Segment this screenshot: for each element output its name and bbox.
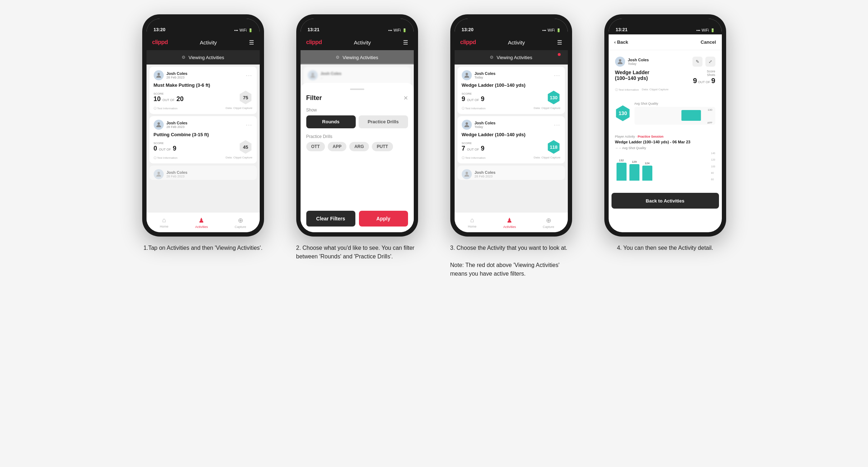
drill-putt[interactable]: PUTT (372, 142, 393, 151)
viewing-bar-2[interactable]: ⚙ Viewing Activities (301, 50, 414, 65)
bottom-nav-3: ⌂ Home ♟ Activities ⊕ Capture (455, 212, 568, 232)
activity-footer-1b: ⓘ Test Information Data: Clippd Capture (154, 156, 253, 160)
status-time-1: 13:20 (154, 27, 166, 32)
capture-label-3: Capture (543, 225, 554, 229)
phone-section-2: 13:21 ▪▪▪ WiFi 🔋 clippd Activity ☰ ⚙ (287, 14, 427, 261)
nav-home-1[interactable]: ⌂ Home (160, 216, 168, 228)
status-icons-4: ▪▪▪ WiFi 🔋 (696, 28, 715, 32)
filter-close-button[interactable]: ✕ (403, 95, 408, 101)
back-button-4[interactable]: ‹ Back (614, 39, 628, 45)
viewing-label-2: Viewing Activities (342, 55, 378, 60)
user-date-1a: 28 Feb 2023 (167, 76, 188, 79)
nav-title-2: Activity (354, 39, 371, 46)
detail-title-4: Wedge Ladder(100–140 yds) (615, 70, 649, 81)
player-activity-label-4: Player Activity · Practice Session (615, 135, 715, 138)
player-activity-card-4: Player Activity · Practice Session Wedge… (612, 131, 719, 184)
phone-section-3: 13:20 ▪▪▪ WiFi 🔋 clippd Activity ☰ ⚙ (441, 14, 581, 278)
edit-button-4[interactable]: ✎ (692, 57, 702, 67)
status-icons-1: ▪▪▪ WiFi 🔋 (234, 28, 253, 32)
activities-icon-1: ♟ (198, 216, 204, 224)
nav-home-3[interactable]: ⌂ Home (468, 216, 476, 228)
filter-actions: Clear Filters Apply (306, 211, 408, 227)
drill-ott[interactable]: OTT (306, 142, 325, 151)
viewing-label-1: Viewing Activities (188, 55, 224, 60)
phone-frame-2: 13:21 ▪▪▪ WiFi 🔋 clippd Activity ☰ ⚙ (296, 14, 418, 237)
shot-quality-3b: 118 (547, 140, 561, 154)
clear-filters-button[interactable]: Clear Filters (306, 211, 355, 227)
viewing-bar-3[interactable]: ⚙ Viewing Activities (455, 50, 568, 65)
shot-quality-3a: 130 (547, 91, 561, 104)
phone-frame-1: 13:20 ▪▪▪ WiFi 🔋 clippd Activity ☰ ⚙ (142, 14, 264, 237)
red-dot-3 (558, 53, 561, 56)
phone-frame-4: 13:21 ▪▪▪ WiFi 🔋 ‹ Back Cancel (604, 14, 726, 237)
rounds-tab[interactable]: Rounds (306, 115, 356, 128)
activities-label-1: Activities (195, 225, 208, 229)
status-time-2: 13:21 (308, 27, 320, 32)
nav-menu-icon-1[interactable]: ☰ (249, 39, 254, 46)
expand-button-4[interactable]: ⤢ (705, 57, 715, 67)
activity-item-2[interactable]: Josh Coles 28 Feb 2023 ··· Putting Combi… (149, 116, 257, 163)
viewing-bar-1[interactable]: ⚙ Viewing Activities (147, 50, 260, 65)
nav-capture-1[interactable]: ⊕ Capture (235, 216, 246, 229)
activity-footer-1a: ⓘ Test Information Data: Clippd Capture (154, 106, 253, 110)
phone-notch-3 (490, 19, 533, 29)
user-info-1c: Josh Coles 28 Feb 2023 (154, 169, 188, 179)
shot-quality-badge-4: 130 (615, 105, 631, 121)
user-info-4: Josh Coles Today (615, 57, 649, 67)
bottom-nav-1: ⌂ Home ♟ Activities ⊕ Capture (147, 212, 260, 232)
more-dots-1b[interactable]: ··· (246, 122, 253, 128)
phone-notch-4 (644, 19, 687, 29)
nav-activities-3[interactable]: ♟ Activities (503, 216, 516, 229)
svg-point-4 (465, 73, 468, 75)
caption-2: 2. Choose what you'd like to see. You ca… (296, 244, 418, 261)
activity-item-3b[interactable]: Josh Coles Today ··· Wedge Ladder (100–1… (457, 116, 565, 163)
phone-notch-2 (336, 19, 379, 29)
drill-app[interactable]: APP (328, 142, 347, 151)
back-to-activities-button-4[interactable]: Back to Activities (612, 193, 719, 209)
status-icons-2: ▪▪▪ WiFi 🔋 (388, 28, 407, 32)
svg-point-0 (157, 73, 160, 75)
nav-menu-icon-2[interactable]: ☰ (403, 39, 408, 46)
drill-subtitle-4: →→ Avg Shot Quality (615, 146, 715, 150)
mini-chart-4: 130 APP (634, 107, 715, 125)
nav-activities-1[interactable]: ♟ Activities (195, 216, 208, 229)
filter-tabs: Rounds Practice Drills (306, 115, 408, 128)
nav-title-1: Activity (200, 39, 217, 46)
phones-row: 13:20 ▪▪▪ WiFi 🔋 clippd Activity ☰ ⚙ (133, 14, 735, 278)
activity-item-3c[interactable]: Josh Coles 28 Feb 2023 (457, 166, 565, 180)
nav-menu-icon-3[interactable]: ☰ (557, 39, 562, 46)
caption-4: 4. You can then see the Activity detail. (617, 244, 713, 252)
activity-item-3[interactable]: Josh Coles 28 Feb 2023 (149, 166, 257, 180)
viewing-icon-3: ⚙ (490, 55, 494, 60)
user-info-3a: Josh Coles Today (462, 70, 496, 80)
phone-screen-2: 13:21 ▪▪▪ WiFi 🔋 clippd Activity ☰ ⚙ (301, 19, 414, 232)
practice-drills-tab[interactable]: Practice Drills (359, 115, 408, 128)
activities-label-3: Activities (503, 225, 516, 229)
phone-section-4: 13:21 ▪▪▪ WiFi 🔋 ‹ Back Cancel (595, 14, 735, 252)
drill-types: OTT APP ARG PUTT (306, 142, 408, 151)
detail-user-row-4: Josh Coles Today ✎ ⤢ (615, 57, 715, 67)
more-dots-1a[interactable]: ··· (246, 72, 253, 78)
avatar-4 (615, 57, 625, 67)
apply-button[interactable]: Apply (359, 211, 408, 227)
home-label-1: Home (160, 225, 168, 228)
drill-arg[interactable]: ARG (349, 142, 369, 151)
activity-item-1[interactable]: Josh Coles 28 Feb 2023 ··· Must Make Put… (149, 67, 257, 114)
more-dots-3b[interactable]: ··· (554, 122, 561, 128)
user-info-1a: Josh Coles 28 Feb 2023 (154, 70, 188, 80)
cancel-button-4[interactable]: Cancel (701, 39, 716, 45)
bar-chart-4: 132 129 124 (615, 152, 715, 181)
nav-capture-3[interactable]: ⊕ Capture (543, 216, 554, 229)
caption-3: 3. Choose the Activity that you want to … (450, 244, 572, 278)
user-date-1c: 28 Feb 2023 (167, 175, 188, 178)
filter-handle (350, 89, 364, 90)
home-label-3: Home (468, 225, 476, 228)
filter-title: Filter (306, 94, 322, 102)
activity-item-3a[interactable]: Josh Coles Today ··· Wedge Ladder (100–1… (457, 67, 565, 114)
activity-footer-3b: ⓘ Test Information Data: Clippd Capture (462, 156, 561, 160)
more-dots-3a[interactable]: ··· (554, 72, 561, 78)
user-header-card-4: Josh Coles Today ✎ ⤢ (612, 53, 719, 95)
phone-section-1: 13:20 ▪▪▪ WiFi 🔋 clippd Activity ☰ ⚙ (133, 14, 273, 252)
user-name-4: Josh Coles (628, 58, 649, 62)
shot-quality-card-4: 130 Avg Shot Quality 130 (612, 98, 719, 128)
